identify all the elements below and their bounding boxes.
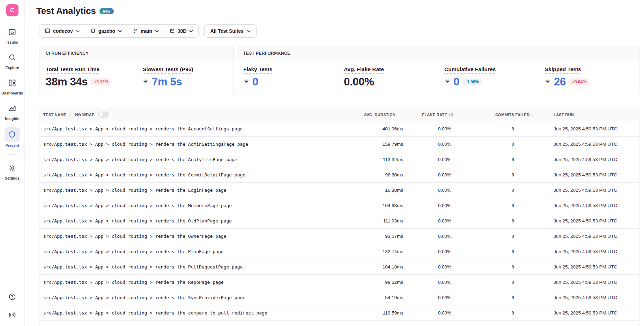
delta-badge: -1.00% (462, 78, 482, 85)
metric-label[interactable]: Avg. Flake Rate (344, 66, 384, 73)
filter-icon[interactable] (243, 78, 249, 86)
table-row[interactable]: src/App.test.tsx > App > cloud routing >… (39, 229, 639, 244)
panel-body: Flaky Tests 0 Avg. Flake Rate (237, 60, 639, 96)
table-row[interactable]: src/App.test.tsx > App > cloud routing >… (39, 121, 639, 137)
sidebar-item-dashboards[interactable]: Dashboards (0, 76, 24, 95)
flake-rate-cell: 0.00% (405, 218, 454, 223)
sidebar-item-issues[interactable]: Issues (0, 25, 24, 44)
last-run-cell: Jun 25, 2025 4:59:53 PM UTC (534, 203, 639, 208)
table-row[interactable]: src/App.test.tsx > App > cloud routing >… (39, 152, 639, 167)
test-name-cell[interactable]: src/App.test.tsx > App > cloud routing >… (39, 203, 346, 208)
table-row[interactable]: src/App.test.tsx > App > cloud routing >… (39, 167, 639, 183)
test-name-cell[interactable]: src/App.test.tsx > App > cloud routing >… (39, 218, 346, 223)
panel-title: TEST PERFORMANCE (243, 51, 290, 56)
table-row[interactable]: src/App.test.tsx > App > cloud routing >… (39, 259, 639, 275)
metric-value: 0 (453, 76, 459, 88)
metric-value: 38m 34s (46, 76, 88, 88)
commits-failed-cell: 0 (454, 157, 534, 162)
chevron-down-icon (118, 28, 122, 34)
sidebar-item-insights[interactable]: Insights (0, 102, 24, 121)
table-row[interactable]: src/App.test.tsx > App > cloud routing >… (39, 137, 639, 152)
commits-failed-header[interactable]: COMMITS FAILED ↓ (454, 112, 534, 117)
table-row[interactable]: src/App.test.tsx > App > cloud routing >… (39, 183, 639, 198)
branch-filter-dropdown[interactable]: main (127, 25, 164, 37)
avg-duration-cell: 104.93ms (346, 203, 405, 208)
sidebar-item-prevent[interactable]: Prevent (0, 127, 24, 147)
test-name-cell[interactable]: src/App.test.tsx > App > cloud routing >… (39, 157, 346, 162)
table-row[interactable]: src/App.test.tsx > App > cloud routing >… (39, 244, 639, 259)
metric-label[interactable]: Total Tests Run Time (46, 66, 99, 73)
test-name-cell[interactable]: src/App.test.tsx > App > cloud routing >… (39, 264, 346, 270)
test-suites-dropdown[interactable]: All Test Suites (204, 24, 256, 38)
tests-table: TEST NAME NO WRAP AVG. DURATION FLAKE RA… (39, 108, 639, 326)
table-row[interactable]: src/App.test.tsx > App > cloud routing >… (39, 290, 639, 305)
metric-slowest-tests: Slowest Tests (P95) 7m 5s (136, 66, 234, 96)
filter-icon[interactable] (444, 78, 450, 86)
metric-label[interactable]: Slowest Tests (P95) (143, 66, 193, 73)
test-name-cell[interactable]: src/App.test.tsx > App > cloud routing >… (39, 188, 346, 193)
commits-failed-cell: 0 (454, 203, 534, 208)
test-name-cell[interactable]: src/App.test.tsx > App > cloud routing >… (39, 310, 346, 316)
test-name-header-label[interactable]: TEST NAME (43, 113, 66, 117)
avg-duration-header[interactable]: AVG. DURATION (346, 113, 405, 117)
calendar-icon (170, 28, 175, 35)
org-avatar[interactable]: C (6, 4, 18, 16)
test-suites-label: All Test Suites (210, 28, 243, 34)
last-run-cell: Jun 25, 2025 4:59:53 PM UTC (534, 218, 639, 223)
flake-rate-cell: 0.00% (405, 203, 454, 208)
test-name-cell[interactable]: src/App.test.tsx > App > cloud routing >… (39, 280, 346, 285)
chart-icon (5, 102, 20, 115)
table-row[interactable]: src/App.test.tsx > App > cloud routing >… (39, 275, 639, 290)
avg-duration-cell: 159.79ms (346, 142, 405, 147)
search-icon (5, 51, 20, 64)
last-run-header[interactable]: LAST RUN (534, 113, 639, 117)
sidebar-nav: Issues Explore (0, 25, 24, 180)
metric-label[interactable]: Flaky Tests (243, 66, 272, 73)
kpi-panels: CI RUN EFFICIENCY Total Tests Run Time 3… (39, 46, 639, 96)
last-run-cell: Jun 25, 2025 4:59:53 PM UTC (534, 264, 639, 270)
help-circle-icon[interactable] (449, 112, 453, 117)
last-run-cell: Jun 25, 2025 4:59:53 PM UTC (534, 157, 639, 162)
sidebar-item-explore[interactable]: Explore (0, 51, 24, 70)
table-body: src/App.test.tsx > App > cloud routing >… (39, 121, 639, 321)
test-name-cell[interactable]: src/App.test.tsx > App > cloud routing >… (39, 172, 346, 177)
sidebar-item-label: Dashboards (1, 91, 23, 95)
test-name-cell[interactable]: src/App.test.tsx > App > cloud routing >… (39, 142, 346, 147)
test-name-cell[interactable]: src/App.test.tsx > App > cloud routing >… (39, 126, 346, 131)
metric-total-run-time: Total Tests Run Time 38m 34s +0.12% (39, 66, 136, 96)
flake-rate-cell: 0.00% (405, 157, 454, 162)
metric-label[interactable]: Skipped Tests (545, 66, 581, 73)
table-row[interactable]: src/App.test.tsx > App > cloud routing >… (39, 198, 639, 213)
no-wrap-toggle[interactable] (98, 112, 109, 117)
sidebar-item-label: Settings (5, 176, 20, 180)
flake-rate-cell: 0.00% (405, 172, 454, 177)
sidebar-item-settings[interactable]: Settings (0, 161, 24, 180)
filter-icon[interactable] (143, 78, 149, 86)
table-row[interactable]: src/App.test.tsx > App > cloud routing >… (39, 213, 639, 229)
test-name-header: TEST NAME NO WRAP (39, 112, 346, 117)
issues-icon (5, 25, 20, 39)
last-run-cell: Jun 25, 2025 4:59:53 PM UTC (534, 188, 639, 193)
filter-bar: codecov gazebo (39, 24, 639, 38)
commits-failed-cell: 0 (454, 249, 534, 254)
commits-failed-cell: 0 (454, 172, 534, 177)
test-name-cell[interactable]: src/App.test.tsx > App > cloud routing >… (39, 234, 346, 239)
table-row[interactable]: src/App.test.tsx > App > cloud routing >… (39, 305, 639, 321)
filter-icon[interactable] (545, 78, 551, 86)
commits-failed-cell: 0 (454, 280, 534, 285)
panel-title: CI RUN EFFICIENCY (46, 51, 89, 56)
date-range-dropdown[interactable]: 30D (164, 25, 199, 37)
help-icon[interactable] (8, 293, 16, 302)
chevron-down-icon (247, 28, 251, 34)
broadcast-icon[interactable] (8, 311, 17, 320)
commits-failed-cell: 0 (454, 264, 534, 270)
org-filter-dropdown[interactable]: codecov (39, 25, 85, 37)
avg-duration-cell: 98.80ms (346, 172, 405, 177)
last-run-cell: Jun 25, 2025 4:59:53 PM UTC (534, 249, 639, 254)
test-name-cell[interactable]: src/App.test.tsx > App > cloud routing >… (39, 295, 346, 300)
avg-duration-cell: 104.18ms (346, 264, 405, 270)
repo-filter-dropdown[interactable]: gazebo (85, 25, 127, 37)
test-name-cell[interactable]: src/App.test.tsx > App > cloud routing >… (39, 249, 346, 254)
flake-rate-header[interactable]: FLAKE RATE (405, 112, 454, 117)
metric-label[interactable]: Cumulative Failures (444, 66, 496, 73)
